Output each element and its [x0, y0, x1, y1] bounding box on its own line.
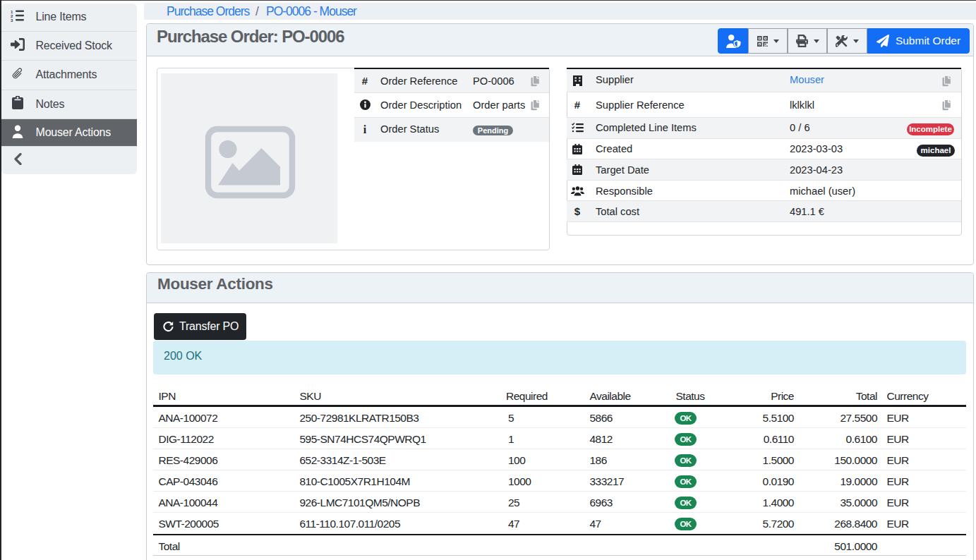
svg-text:3: 3 — [11, 18, 13, 23]
